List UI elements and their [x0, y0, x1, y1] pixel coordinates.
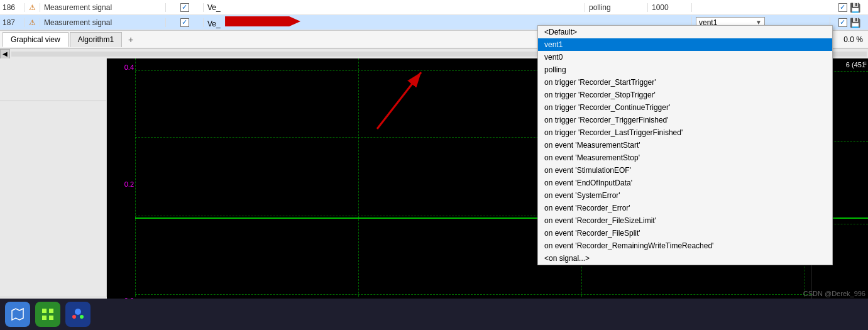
row-name-186: Measurement signal: [40, 3, 166, 12]
left-panel-row-1: [0, 58, 106, 101]
dropdown-item-14[interactable]: on event 'Recorder_Error': [538, 202, 832, 214]
svg-point-10: [80, 315, 84, 319]
save-icon-187[interactable]: 💾: [850, 18, 860, 28]
table-row: 186 ⚠ Measurement signal Ve_ polling 100…: [0, 0, 868, 15]
scroll-up-icon[interactable]: ≡: [863, 60, 867, 67]
watermark: CSDN @Derek_996: [803, 290, 865, 297]
row-number-187: 187: [0, 18, 25, 27]
taskbar-icon-map[interactable]: [5, 302, 30, 327]
dropdown-item-18[interactable]: <on signal...>: [538, 252, 832, 265]
checkbox-187[interactable]: [180, 18, 189, 27]
percentage-display: 0.0 %: [843, 35, 868, 44]
svg-point-9: [72, 315, 76, 319]
svg-rect-6: [42, 316, 47, 320]
check-icon-187[interactable]: [838, 18, 847, 27]
dropdown-item-5[interactable]: on trigger 'Recorder_StopTrigger': [538, 89, 832, 101]
row-checkbox-186[interactable]: [166, 3, 204, 12]
dropdown-item-17[interactable]: on event 'Recorder_RemainingWriteTimeRea…: [538, 239, 832, 252]
row-icon-187: ⚠: [25, 18, 40, 27]
taskbar: [0, 299, 868, 330]
row-checkbox-187[interactable]: [166, 18, 204, 27]
y-label-mid: 0.2: [108, 180, 134, 188]
row-icons-186: 💾: [830, 3, 868, 13]
row-polling-186: 1000: [648, 3, 692, 12]
row-signal-186: Ve_: [204, 3, 585, 12]
dropdown-item-13[interactable]: on event 'SystemError': [538, 189, 832, 202]
checkbox-186[interactable]: [180, 3, 189, 12]
dropdown-item-12[interactable]: on event 'EndOfInputData': [538, 177, 832, 189]
dropdown-item-15[interactable]: on event 'Recorder_FileSizeLimit': [538, 214, 832, 227]
dropdown-item-4[interactable]: on trigger 'Recorder_StartTrigger': [538, 76, 832, 89]
row-icons-187: 💾: [830, 18, 868, 28]
dropdown-menu: <Default>vent1vent0pollingon trigger 'Re…: [537, 25, 833, 265]
dropdown-item-3[interactable]: polling: [538, 63, 832, 76]
dropdown-items-container: <Default>vent1vent0pollingon trigger 'Re…: [538, 26, 832, 265]
tab-add-button[interactable]: +: [123, 33, 138, 46]
row-type-186: polling: [585, 3, 648, 12]
grid-icon: [40, 307, 55, 322]
dropdown-item-1[interactable]: vent1: [538, 38, 832, 51]
row-number-186: 186: [0, 3, 25, 12]
dropdown-item-0[interactable]: <Default>: [538, 26, 832, 38]
y-label-top: 0.4: [108, 63, 134, 71]
dropdown-item-7[interactable]: on trigger 'Recorder_TriggerFinished': [538, 114, 832, 126]
check-icon-186[interactable]: [838, 3, 847, 12]
row-icon-186: ⚠: [25, 3, 40, 12]
save-icon-186[interactable]: 💾: [850, 3, 860, 13]
row-name-187: Measurement signal: [40, 18, 166, 27]
svg-rect-5: [49, 309, 53, 313]
red-signal-blob: [225, 16, 300, 26]
svg-rect-4: [42, 309, 47, 313]
dropdown-item-16[interactable]: on event 'Recorder_FileSplit': [538, 227, 832, 239]
dropdown-item-8[interactable]: on trigger 'Recorder_LastTriggerFinished…: [538, 126, 832, 139]
dropdown-item-6[interactable]: on trigger 'Recorder_ContinueTrigger': [538, 101, 832, 114]
warning-icon-187: ⚠: [29, 18, 36, 27]
left-panel-row-2: [0, 101, 106, 309]
scroll-icons: ≡: [863, 60, 867, 67]
left-panel: [0s_5m 36.293434s]: [0, 58, 107, 309]
dropdown-item-10[interactable]: on event 'MeasurementStop': [538, 151, 832, 164]
warning-icon: ⚠: [29, 3, 36, 12]
taskbar-icon-grid[interactable]: [35, 302, 60, 327]
taskbar-icon-paint[interactable]: [65, 302, 91, 327]
svg-point-8: [75, 309, 81, 315]
tab-graphical-view[interactable]: Graphical view: [3, 32, 69, 47]
dropdown-item-11[interactable]: on event 'StimulationEOF': [538, 164, 832, 177]
y-axis: 0.4 0.2 0.0: [107, 58, 135, 309]
tab-algorithm1[interactable]: Algorithm1: [70, 32, 122, 47]
paint-icon: [70, 307, 85, 322]
dropdown-item-2[interactable]: vent0: [538, 51, 832, 63]
map-icon: [10, 307, 25, 322]
svg-rect-7: [49, 316, 53, 320]
dropdown-item-9[interactable]: on event 'MeasurementStart': [538, 139, 832, 151]
scroll-left-button[interactable]: ◀: [0, 49, 10, 59]
